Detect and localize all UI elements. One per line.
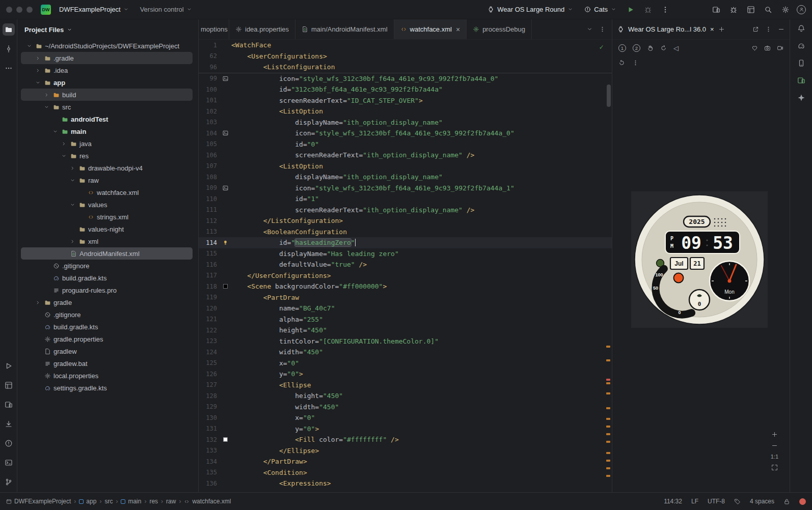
- tree-item-local-properties[interactable]: local.properties: [21, 370, 193, 382]
- running-devices-button[interactable]: [797, 76, 805, 84]
- chevron-right-icon[interactable]: [34, 68, 42, 73]
- tag-icon[interactable]: [734, 498, 741, 505]
- tree-item-xml[interactable]: xml: [21, 235, 193, 247]
- code-line-130[interactable]: 130 x="0": [199, 412, 612, 423]
- code-line-134[interactable]: 134 </PartDraw>: [199, 456, 612, 467]
- stripe-mark[interactable]: [606, 460, 610, 462]
- back-icon[interactable]: ◁: [673, 44, 679, 52]
- drawable-preview-icon[interactable]: [222, 130, 229, 136]
- code-line-101[interactable]: 101 screenReaderText="ID_CAT_STEP_OVER">: [199, 95, 612, 106]
- device-manager-button[interactable]: [3, 399, 15, 411]
- notifications-icon[interactable]: [797, 24, 805, 33]
- tree-item-build-gradle-kts[interactable]: build.gradle.kts: [21, 321, 193, 333]
- code-line-102[interactable]: 102 <ListOption: [199, 106, 612, 117]
- screen-record-icon[interactable]: [777, 45, 783, 51]
- reset-view-icon[interactable]: [618, 60, 625, 66]
- chevron-right-icon[interactable]: [34, 300, 42, 305]
- inspections-ok-icon[interactable]: ✓: [600, 43, 604, 51]
- indent-setting[interactable]: 4 spaces: [750, 498, 774, 505]
- tree-item-raw[interactable]: raw: [21, 174, 193, 186]
- chevron-down-icon[interactable]: [68, 202, 76, 208]
- tree-item-gitignore[interactable]: .gitignore: [21, 260, 193, 272]
- zoom-fit-button[interactable]: [771, 464, 778, 471]
- tab-watchface-xml[interactable]: watchface.xml×: [394, 19, 467, 39]
- tab-moptions[interactable]: moptions: [199, 19, 229, 39]
- code-line-136[interactable]: 136 <Expressions>: [199, 478, 612, 489]
- more-tool-windows-button[interactable]: [3, 62, 15, 74]
- code-line-109[interactable]: 109 icon="style_wfs_312c30bf_f64a_461e_9…: [199, 183, 612, 194]
- chevron-right-icon[interactable]: [68, 165, 76, 171]
- breadcrumb-raw[interactable]: raw: [166, 498, 176, 505]
- chevron-down-icon[interactable]: [25, 43, 33, 49]
- tilt-icon[interactable]: [660, 45, 667, 51]
- device-tab-label[interactable]: Wear OS Large Ro...l 36.0: [628, 25, 706, 33]
- code-line-107[interactable]: 107 <ListOption: [199, 161, 612, 172]
- gradle-tool-window-button[interactable]: [797, 42, 805, 50]
- caret-position[interactable]: 114:32: [664, 498, 682, 505]
- tree-item-build[interactable]: build: [21, 89, 193, 101]
- device-panel-options-icon[interactable]: [765, 26, 772, 33]
- code-line-131[interactable]: 131 y="0">: [199, 423, 612, 435]
- health-services-icon[interactable]: [751, 45, 758, 51]
- layout-inspector-icon[interactable]: [745, 4, 757, 16]
- code-line-129[interactable]: 129 width="450": [199, 402, 612, 413]
- hide-panel-icon[interactable]: [778, 26, 784, 33]
- gemini-button[interactable]: [797, 94, 805, 102]
- close-window-icon[interactable]: [6, 7, 12, 13]
- tab-options-icon[interactable]: [599, 26, 606, 33]
- device-mirroring-icon[interactable]: [710, 4, 722, 16]
- stripe-mark[interactable]: [606, 407, 610, 409]
- breadcrumb-dwfexampleproject[interactable]: DWFExampleProject: [6, 498, 71, 505]
- tree-item-gitignore[interactable]: .gitignore: [21, 308, 193, 321]
- color-swatch-white[interactable]: [223, 437, 228, 442]
- stripe-mark[interactable]: [606, 441, 610, 443]
- breadcrumb-watchface-xml[interactable]: watchface.xml: [184, 498, 231, 505]
- code-line-111[interactable]: 111 screenReaderText="ith_option_display…: [199, 205, 612, 216]
- code-line-105[interactable]: 105 id="0": [199, 139, 612, 150]
- chevron-right-icon[interactable]: [42, 92, 50, 98]
- editor-scrollbar-thumb[interactable]: [607, 84, 611, 107]
- color-swatch-black[interactable]: [223, 284, 228, 289]
- problems-tool-window-button[interactable]: [3, 437, 15, 449]
- more-actions-button[interactable]: [659, 4, 671, 16]
- code-line-133[interactable]: 133 </Ellipse>: [199, 445, 612, 457]
- tree-item-proguard-rules-pro[interactable]: proguard-rules.pro: [21, 284, 193, 296]
- debug-button[interactable]: [642, 4, 654, 16]
- code-line-127[interactable]: 127 <Ellipse: [199, 380, 612, 391]
- stripe-mark[interactable]: [606, 433, 610, 435]
- palm-gesture-icon[interactable]: [647, 45, 654, 51]
- stripe-mark[interactable]: [606, 452, 610, 454]
- terminal-tool-window-button[interactable]: [3, 457, 15, 469]
- stripe-mark[interactable]: [606, 379, 610, 381]
- code-line-96[interactable]: 96 <ListConfiguration: [199, 62, 612, 73]
- avatar[interactable]: [797, 5, 806, 14]
- settings-icon[interactable]: [779, 4, 792, 16]
- zoom-in-button[interactable]: [771, 431, 778, 438]
- intention-bulb-icon[interactable]: [222, 239, 229, 246]
- minimize-window-icon[interactable]: [16, 7, 22, 13]
- zoom-ratio-label[interactable]: 1:1: [771, 454, 778, 460]
- close-device-tab-icon[interactable]: ×: [710, 25, 714, 33]
- device-selector[interactable]: Wear OS Large Round: [484, 4, 576, 15]
- stripe-mark[interactable]: [606, 382, 610, 384]
- code-line-112[interactable]: 112 </ListConfiguration>: [199, 215, 612, 226]
- code-line-103[interactable]: 103 displayName="ith_option_display_name…: [199, 117, 612, 128]
- project-panel-header[interactable]: Project Files: [17, 19, 198, 40]
- code-line-117[interactable]: 117 </UserConfigurations>: [199, 270, 612, 281]
- code-line-135[interactable]: 135 <Condition>: [199, 467, 612, 478]
- device-explorer-button[interactable]: [797, 59, 805, 67]
- run-configuration-selector[interactable]: Cats: [581, 4, 619, 15]
- tree-item-androidstudioprojects-dwfexampleproject[interactable]: ~/AndroidStudioProjects/DWFExampleProjec…: [21, 40, 193, 52]
- code-line-124[interactable]: 124 width="450": [199, 347, 612, 358]
- stripe-mark[interactable]: [606, 467, 610, 469]
- code-line-118[interactable]: 118 <Scene backgroundColor="#ff000000">: [199, 281, 612, 292]
- zoom-out-button[interactable]: [771, 442, 778, 449]
- device-more-options-icon[interactable]: [632, 60, 639, 66]
- chevron-down-icon[interactable]: [34, 80, 42, 86]
- breadcrumb-app[interactable]: app: [79, 498, 96, 505]
- run-button[interactable]: [625, 4, 637, 16]
- project-menu[interactable]: DWFExampleProject: [56, 4, 132, 15]
- code-line-114[interactable]: 114 id="hasLeadingZero": [199, 237, 612, 248]
- add-device-tab-button[interactable]: [718, 26, 725, 33]
- device-viewport[interactable]: 2025 P M 09 53: [612, 69, 790, 492]
